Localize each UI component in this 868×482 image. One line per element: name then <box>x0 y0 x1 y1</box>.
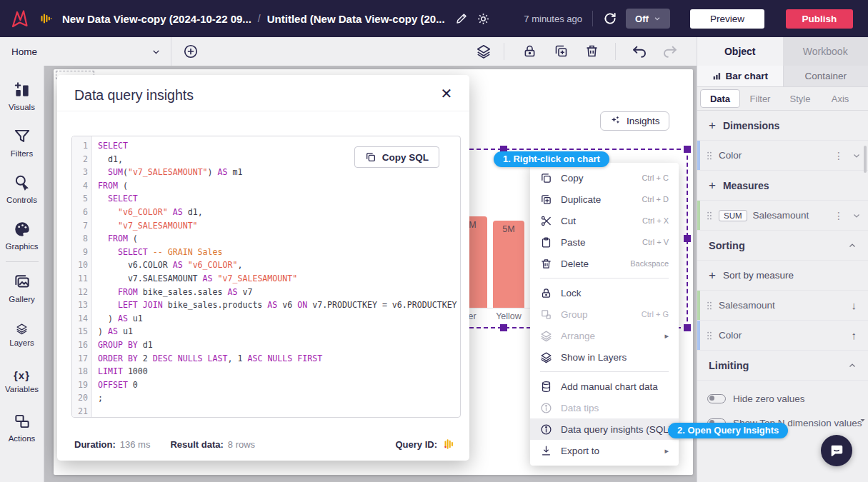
last-saved-text: 7 minutes ago <box>524 14 582 24</box>
add-sort-by-measure-button[interactable]: +Sort by measure <box>697 261 868 291</box>
refresh-icon[interactable] <box>603 11 617 26</box>
layers-toolbar-icon[interactable] <box>476 44 492 59</box>
sql-line-number: 16 <box>72 338 88 352</box>
result-data-label: Result data: <box>170 439 223 450</box>
drag-handle-icon[interactable] <box>706 150 713 161</box>
menu-item-delete[interactable]: DeleteBackspace <box>530 253 679 274</box>
sidebar-item-actions[interactable]: Actions <box>0 404 44 451</box>
sort-row-salesamount[interactable]: Salesamount↓ <box>697 291 868 321</box>
sidebar-item-visuals[interactable]: Visuals <box>0 73 44 119</box>
preview-button[interactable]: Preview <box>690 9 764 29</box>
measure-row-salesamount[interactable]: SUMSalesamount⋮ <box>697 201 868 231</box>
chevron-down-icon[interactable] <box>852 211 861 220</box>
tab-object[interactable]: Object <box>697 37 783 66</box>
variables-icon: {x} <box>14 369 30 381</box>
sidebar-item-graphics[interactable]: Graphics <box>0 212 44 258</box>
section-limiting[interactable]: Limiting <box>697 351 868 381</box>
tab-bar-chart[interactable]: Bar chart <box>697 66 783 86</box>
add-page-icon[interactable] <box>183 44 199 59</box>
chevron-up-icon[interactable] <box>848 361 857 370</box>
menu-item-export-to[interactable]: Export to▸ <box>530 440 679 461</box>
tab-container[interactable]: Container <box>783 66 868 86</box>
dataset-title[interactable]: New Data View-copy (2024-10-22 09... <box>62 13 251 25</box>
panel-scrollbar-thumb[interactable] <box>864 146 867 173</box>
selection-handle-top-right[interactable] <box>684 146 691 153</box>
selection-handle-bottom-right[interactable] <box>684 324 691 331</box>
selection-handle-bottom[interactable] <box>500 324 507 331</box>
dimension-row-color[interactable]: Color⋮ <box>697 141 868 171</box>
menu-item-label: Cut <box>561 216 634 226</box>
auto-refresh-select[interactable]: Off <box>626 9 670 29</box>
menu-item-lock[interactable]: Lock <box>530 282 679 303</box>
duplicate-toolbar-icon[interactable] <box>554 44 569 59</box>
menu-item-add-manual-chart-data[interactable]: Add manual chart data <box>530 376 679 397</box>
drag-handle-icon[interactable] <box>706 300 713 311</box>
sidebar-item-variables[interactable]: {x}Variables <box>0 358 44 404</box>
settings-gear-icon[interactable] <box>477 12 490 26</box>
menu-item-copy[interactable]: CopyCtrl + C <box>530 167 679 189</box>
copy-sql-button[interactable]: Copy SQL <box>354 146 439 168</box>
insights-button[interactable]: Insights <box>600 111 669 131</box>
toolbar-divider <box>615 43 616 60</box>
sql-line: SELECT <box>98 192 460 206</box>
page-select[interactable]: Home <box>0 37 171 66</box>
chevron-up-icon[interactable] <box>848 241 857 250</box>
subtab-style[interactable]: Style <box>780 89 820 108</box>
subtab-data[interactable]: Data <box>700 89 740 108</box>
menu-item-paste[interactable]: PasteCtrl + V <box>530 231 679 253</box>
sort-direction-up-icon[interactable]: ↑ <box>852 329 862 341</box>
field-label: Salesamount <box>719 300 846 311</box>
sidebar-item-layers[interactable]: Layers <box>0 311 44 358</box>
tab-workbook[interactable]: Workbook <box>783 37 868 66</box>
toggle-hide-zero-values[interactable]: Hide zero values <box>697 386 868 411</box>
duplicate-icon <box>540 194 552 206</box>
redo-icon <box>662 44 678 59</box>
drag-handle-icon[interactable] <box>706 330 713 341</box>
sql-line: SELECT -- GRAIN Sales <box>98 246 460 259</box>
field-label: Color <box>719 150 825 161</box>
sql-line: ) AS u1 <box>98 312 460 326</box>
publish-button[interactable]: Publish <box>786 9 853 29</box>
menu-item-data-query-insights-sql[interactable]: Data query insights (SQL) <box>530 418 679 440</box>
workbook-title[interactable]: Untitled (New Data View-copy (20... <box>267 13 445 25</box>
sort-direction-down-icon[interactable]: ↓ <box>852 299 862 311</box>
sql-line <box>98 405 460 418</box>
chevron-down-icon[interactable] <box>852 151 861 160</box>
drag-handle-icon[interactable] <box>706 210 713 221</box>
trash-toolbar-icon[interactable] <box>584 44 600 59</box>
toggle-switch[interactable] <box>707 394 726 403</box>
undo-icon[interactable] <box>632 44 647 59</box>
app-logo-icon[interactable] <box>9 8 30 29</box>
copy-icon <box>540 172 552 184</box>
insights-button-label: Insights <box>627 116 660 126</box>
sidebar-item-gallery[interactable]: Gallery <box>0 265 44 311</box>
section-sorting[interactable]: Sorting <box>697 231 868 261</box>
sidebar-item-label: Actions <box>9 434 36 443</box>
sort-row-color[interactable]: Color↑ <box>697 321 868 351</box>
sidebar-item-filters[interactable]: Filters <box>0 119 44 166</box>
menu-item-cut[interactable]: CutCtrl + X <box>530 210 679 231</box>
add-dimension-button[interactable]: +Dimensions <box>697 111 868 141</box>
layers-icon <box>16 323 28 335</box>
edit-title-icon[interactable] <box>455 12 468 25</box>
sql-line-number: 19 <box>72 378 88 392</box>
lock-toolbar-icon[interactable] <box>522 44 538 59</box>
menu-item-duplicate[interactable]: DuplicateCtrl + D <box>530 189 679 210</box>
sql-line-number: 5 <box>72 192 88 206</box>
subtab-axis[interactable]: Axis <box>820 89 860 108</box>
selection-handle-right[interactable] <box>684 235 691 242</box>
menu-item-show-in-layers[interactable]: Show in Layers <box>530 346 679 368</box>
chevron-down-icon <box>151 47 161 56</box>
sidebar-item-controls[interactable]: Controls <box>0 166 44 212</box>
kebab-menu-icon[interactable]: ⋮ <box>831 150 847 161</box>
subtab-filter[interactable]: Filter <box>740 89 780 108</box>
close-icon[interactable]: ✕ <box>438 85 455 102</box>
chat-widget-button[interactable] <box>821 435 852 466</box>
panel-scroll-down-icon[interactable] <box>859 417 866 423</box>
kebab-menu-icon[interactable]: ⋮ <box>831 210 847 221</box>
aggregation-badge[interactable]: SUM <box>719 210 747 221</box>
panel-body: +DimensionsColor⋮+MeasuresSUMSalesamount… <box>697 111 868 435</box>
auto-refresh-value: Off <box>635 14 649 24</box>
add-measure-button[interactable]: +Measures <box>697 171 868 201</box>
field-label: Color <box>719 330 846 341</box>
